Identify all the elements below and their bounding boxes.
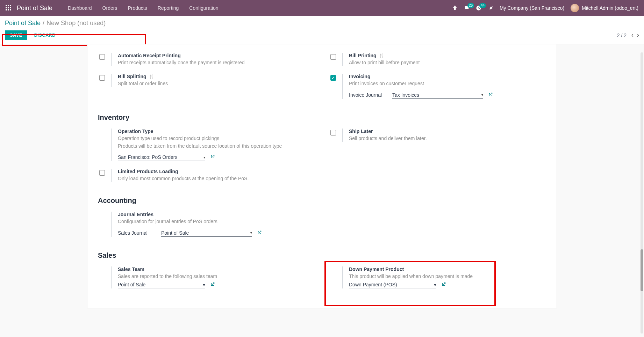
title-journal-entries: Journal Entries (118, 212, 315, 217)
activities-badge: 44 (479, 3, 486, 8)
value-sales-journal: Point of Sale (161, 230, 189, 236)
label-invoice-journal: Invoice Journal (349, 92, 387, 98)
title-sales-team: Sales Team (118, 266, 315, 272)
user-name: Mitchell Admin (odoo_ent) (582, 5, 638, 11)
select-down-payment[interactable]: Down Payment (POS) ▾ (349, 281, 436, 288)
external-link-icon[interactable] (210, 154, 215, 160)
form-wrap: Automatic Receipt Printing Print receipt… (0, 44, 644, 322)
title-bill-split: Bill Splitting (118, 74, 146, 79)
avatar (571, 4, 579, 12)
breadcrumb-root[interactable]: Point of Sale (5, 20, 41, 27)
desc-down-payment: This product will be applied when down p… (349, 273, 546, 280)
title-ship-later: Ship Later (349, 129, 546, 134)
nav-configuration[interactable]: Configuration (184, 3, 223, 13)
label-sales-journal: Sales Journal (118, 230, 156, 236)
value-invoice-journal: Tax Invoices (392, 92, 419, 98)
caret-down-icon: ▾ (434, 282, 436, 287)
discard-button[interactable]: DISCARD (32, 32, 58, 38)
desc-sales-team: Sales are reported to the following sale… (118, 273, 315, 280)
nav-menu: Dashboard Orders Products Reporting Conf… (63, 3, 223, 13)
pager-text[interactable]: 2 / 2 (617, 32, 627, 38)
title-down-payment: Down Payment Product (349, 266, 546, 272)
control-panel: Point of Sale / New Shop (not used) SAVE… (0, 16, 644, 44)
desc-bill-split: Split total or order lines (118, 80, 315, 87)
breadcrumb: Point of Sale / New Shop (not used) (0, 16, 644, 27)
select-sales-team[interactable]: Point of Sale ▾ (118, 281, 205, 288)
value-down-payment: Down Payment (POS) (349, 282, 397, 287)
cutlery-icon: 🍴 (379, 53, 384, 58)
title-auto-receipt: Automatic Receipt Printing (118, 53, 315, 58)
setting-auto-receipt: Automatic Receipt Printing Print receipt… (98, 51, 315, 72)
desc-journal-entries: Configuration for journal entries of PoS… (118, 218, 315, 225)
select-invoice-journal[interactable]: Tax Invoices ▾ (392, 91, 483, 99)
checkbox-limited-products[interactable] (99, 170, 105, 176)
scrollbar-thumb[interactable] (641, 249, 643, 291)
brand[interactable]: Point of Sale (17, 5, 52, 12)
desc-auto-receipt: Print receipts automatically once the pa… (118, 59, 315, 66)
setting-invoicing: Invoicing Print invoices on customer req… (329, 72, 546, 104)
pager-next-icon[interactable]: › (637, 31, 639, 39)
breadcrumb-sep: / (43, 20, 44, 27)
desc-bill-print: Allow to print bill before payment (349, 59, 546, 66)
save-button[interactable]: SAVE (5, 30, 27, 40)
setting-sales-team: Sales Team Sales are reported to the fol… (98, 264, 315, 294)
nav-right: 26 44 My Company (San Francisco) Mitchel… (452, 4, 638, 12)
section-accounting: Accounting (98, 197, 546, 205)
nav-reporting[interactable]: Reporting (153, 3, 184, 13)
cutlery-icon: 🍴 (149, 74, 154, 79)
caret-down-icon: ▾ (481, 93, 483, 97)
setting-journal-entries: Journal Entries Configuration for journa… (98, 210, 315, 242)
section-sales: Sales (98, 251, 546, 259)
external-link-icon[interactable] (488, 92, 493, 98)
nav-orders[interactable]: Orders (98, 3, 122, 13)
messages-icon[interactable]: 26 (464, 5, 470, 11)
form-sheet: Automatic Receipt Printing Print receipt… (87, 44, 557, 308)
setting-down-payment: Down Payment Product This product will b… (329, 264, 546, 294)
external-link-icon[interactable] (257, 230, 262, 236)
desc-invoicing: Print invoices on customer request (349, 80, 546, 87)
external-link-icon[interactable] (210, 282, 215, 288)
checkbox-bill-split[interactable] (99, 75, 105, 81)
messages-badge: 26 (467, 3, 474, 8)
value-sales-team: Point of Sale (118, 282, 145, 287)
pager-prev-icon[interactable]: ‹ (631, 31, 634, 39)
apps-icon[interactable] (6, 5, 12, 11)
caret-down-icon: ▾ (250, 231, 252, 235)
checkbox-bill-print[interactable] (330, 54, 336, 60)
value-operation-type: San Francisco: PoS Orders (118, 154, 177, 160)
setting-bill-split: Bill Splitting 🍴 Split total or order li… (98, 72, 315, 93)
desc-operation-type-2: Products will be taken from the default … (118, 142, 315, 149)
setting-operation-type: Operation Type Operation type used to re… (98, 126, 315, 167)
navbar: Point of Sale Dashboard Orders Products … (0, 0, 644, 16)
desc-limited-products: Only load most common products at the op… (118, 175, 315, 182)
checkbox-invoicing[interactable] (330, 75, 336, 81)
scrollbar[interactable] (641, 52, 643, 322)
desc-operation-type-1: Operation type used to record product pi… (118, 135, 315, 142)
title-limited-products: Limited Products Loading (118, 169, 315, 174)
user-menu[interactable]: Mitchell Admin (odoo_ent) (571, 4, 638, 12)
title-bill-print: Bill Printing (349, 53, 377, 58)
nav-dashboard[interactable]: Dashboard (63, 3, 97, 13)
select-sales-journal[interactable]: Point of Sale ▾ (161, 229, 252, 237)
bug-icon[interactable] (452, 5, 458, 11)
setting-bill-print: Bill Printing 🍴 Allow to print bill befo… (329, 51, 546, 72)
title-invoicing: Invoicing (349, 74, 546, 79)
external-link-icon[interactable] (441, 282, 446, 288)
setting-limited-products: Limited Products Loading Only load most … (98, 167, 315, 188)
select-operation-type[interactable]: San Francisco: PoS Orders ▾ (118, 154, 205, 161)
activities-icon[interactable]: 44 (476, 5, 481, 11)
breadcrumb-leaf: New Shop (not used) (46, 20, 106, 27)
checkbox-auto-receipt[interactable] (99, 54, 105, 60)
debug-tools-icon[interactable] (488, 5, 493, 11)
caret-down-icon: ▾ (203, 282, 205, 287)
section-inventory: Inventory (98, 113, 546, 122)
setting-ship-later: Ship Later Sell products and deliver the… (329, 126, 546, 147)
checkbox-ship-later[interactable] (330, 130, 336, 135)
nav-products[interactable]: Products (123, 3, 152, 13)
title-operation-type: Operation Type (118, 129, 315, 134)
company-switcher[interactable]: My Company (San Francisco) (500, 5, 564, 11)
desc-ship-later: Sell products and deliver them later. (349, 135, 546, 142)
caret-down-icon: ▾ (203, 155, 205, 159)
